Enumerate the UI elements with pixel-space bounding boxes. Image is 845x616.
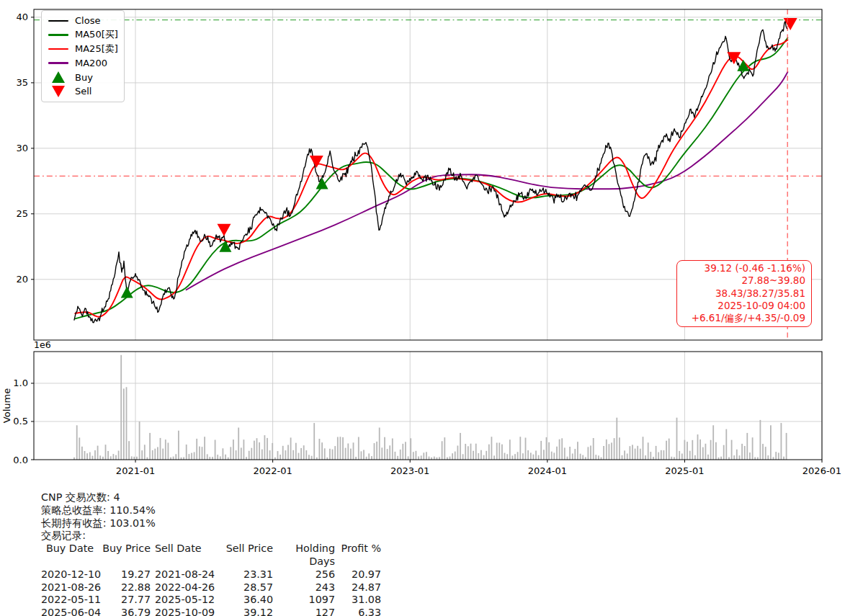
- volume-bar: [574, 449, 576, 460]
- volume-bar: [564, 447, 565, 460]
- triangle-down-icon: [47, 84, 70, 98]
- volume-bar: [120, 355, 122, 460]
- volume-bar: [720, 457, 722, 460]
- volume-bar: [115, 455, 117, 460]
- legend-label: Sell: [75, 86, 91, 97]
- volume-bar: [569, 447, 571, 460]
- legend-label: MA25[卖]: [75, 43, 118, 55]
- volume-bar: [251, 448, 252, 460]
- volume-bar: [457, 446, 459, 460]
- volume-bar: [658, 452, 659, 460]
- volume-bar: [282, 446, 284, 460]
- volume-bar: [254, 441, 255, 460]
- y-tick-label: 35: [16, 77, 28, 88]
- volume-bar: [699, 439, 701, 460]
- volume-bar: [546, 437, 547, 460]
- volume-bar: [202, 447, 203, 460]
- trade-cell: 2025-10-09: [155, 607, 215, 616]
- x-tick-label: 2021-01: [116, 465, 155, 476]
- volume-bar: [496, 443, 498, 460]
- volume-bar: [517, 452, 519, 460]
- volume-bar: [183, 457, 184, 460]
- volume-bar: [452, 453, 453, 460]
- trades-header-cell: Sell Date: [155, 543, 215, 568]
- volume-bar: [416, 451, 417, 460]
- trade-cell: 2021-08-24: [155, 568, 215, 581]
- volume-bar: [86, 453, 88, 460]
- volume-bar: [656, 446, 657, 460]
- volume-bar: [522, 453, 524, 460]
- volume-bar: [493, 455, 495, 460]
- volume-bar: [361, 451, 362, 460]
- volume-bar: [439, 457, 440, 460]
- volume-bar: [133, 457, 135, 460]
- volume-bar: [350, 449, 352, 460]
- volume-bar: [559, 439, 560, 460]
- trade-count-line: CNP 交易次数: 4: [41, 491, 381, 504]
- volume-bar: [311, 456, 313, 460]
- legend-item-sell: Sell: [47, 84, 118, 99]
- volume-bar: [744, 446, 746, 460]
- legend-label: MA200: [75, 58, 107, 68]
- trade-cell: 22.88: [102, 581, 151, 594]
- volume-bar: [105, 445, 107, 460]
- y-tick-label: 25: [16, 208, 28, 219]
- volume-bar: [749, 452, 751, 460]
- volume-bar: [783, 457, 784, 460]
- volume-bar: [405, 442, 406, 460]
- volume-bar: [535, 451, 537, 460]
- volume-bar: [324, 448, 326, 460]
- volume-bar: [450, 457, 451, 460]
- volume-bar: [760, 420, 761, 460]
- volume-bar: [426, 452, 427, 460]
- trade-cell: 31.08: [335, 594, 381, 607]
- volume-bar: [765, 447, 766, 460]
- x-tick-label: 2026-01: [802, 465, 841, 476]
- volume-bar: [423, 452, 424, 460]
- volume-bar: [475, 444, 477, 460]
- volume-bar: [653, 457, 654, 460]
- trades-header-row: Buy DateBuy PriceSell DateSell PriceHold…: [41, 543, 381, 568]
- volume-bar: [498, 443, 500, 460]
- volume-bar: [669, 439, 670, 460]
- axis-offset-label: 1e6: [34, 339, 51, 350]
- trade-row: 2021-08-2622.882022-04-2628.5724324.87: [41, 581, 381, 594]
- volume-bar: [643, 437, 644, 460]
- trade-cell: 243: [273, 581, 335, 594]
- volume-bar: [264, 435, 266, 460]
- volume-bar: [298, 453, 300, 460]
- volume-bar: [152, 450, 153, 460]
- y-tick-label: 0.5: [13, 416, 28, 427]
- volume-bar: [157, 447, 158, 460]
- trade-cell: 2022-04-26: [155, 581, 215, 594]
- y-tick-label: 40: [16, 12, 28, 22]
- volume-bar: [543, 450, 545, 460]
- volume-bar: [767, 455, 769, 460]
- volume-bar: [483, 455, 485, 460]
- volume-axis-label: Volume: [1, 388, 12, 423]
- volume-bar: [627, 454, 628, 460]
- volume-bar: [715, 442, 717, 460]
- trade-row: 2020-12-1019.272021-08-2423.3125620.97: [41, 568, 381, 581]
- volume-bar: [506, 454, 508, 460]
- volume-bar: [650, 452, 651, 460]
- volume-bar: [332, 450, 334, 460]
- volume-bar: [538, 455, 540, 460]
- volume-bar: [746, 433, 748, 460]
- volume-bar: [230, 447, 231, 460]
- volume-bar: [334, 446, 336, 460]
- volume-bar: [775, 452, 777, 460]
- volume-bar: [580, 454, 581, 460]
- volume-bar: [687, 442, 688, 460]
- volume-bar: [392, 439, 393, 460]
- figure: 20253035400.00.51.02021-012022-012023-01…: [0, 0, 845, 616]
- legend-item-ma200: MA200: [47, 56, 118, 71]
- volume-bar: [684, 440, 686, 460]
- volume-bar: [741, 444, 743, 460]
- volume-bar: [400, 450, 401, 460]
- volume-bar: [329, 449, 331, 460]
- volume-bar: [204, 437, 205, 460]
- trade-cell: 2020-12-10: [41, 568, 102, 581]
- volume-bar: [757, 457, 759, 460]
- volume-bar: [165, 439, 166, 460]
